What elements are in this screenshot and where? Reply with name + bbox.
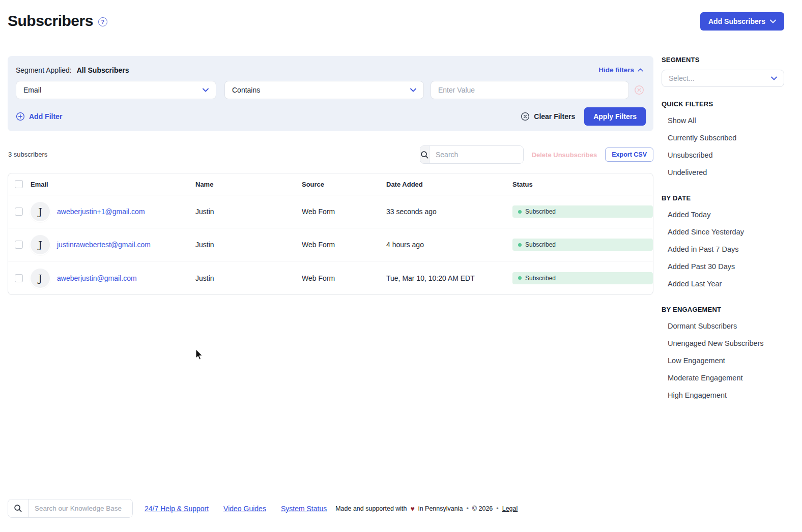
subscriber-date-added: 4 hours ago bbox=[386, 241, 512, 249]
search-icon[interactable] bbox=[420, 146, 429, 163]
filter-value-input[interactable] bbox=[431, 81, 629, 99]
legal-link[interactable]: Legal bbox=[502, 505, 518, 512]
heart-icon: ♥ bbox=[411, 505, 415, 513]
apply-filters-label: Apply Filters bbox=[593, 112, 637, 121]
status-badge: Subscribed bbox=[512, 205, 653, 218]
filters-sidebar: SEGMENTS Select... QUICK FILTERS Show Al… bbox=[662, 56, 784, 404]
chevron-up-icon bbox=[638, 68, 643, 72]
column-header-date-added: Date Added bbox=[386, 181, 512, 188]
filter-field-value: Email bbox=[23, 86, 41, 94]
row-checkbox[interactable] bbox=[15, 274, 23, 282]
sidebar-item-dormant-subscribers[interactable]: Dormant Subscribers bbox=[662, 317, 784, 335]
filter-actions-row: Add Filter Clear Filters Apply Filters bbox=[16, 107, 646, 126]
status-badge: Subscribed bbox=[512, 239, 653, 251]
clear-filters-label: Clear Filters bbox=[534, 112, 575, 121]
avatar: J bbox=[31, 269, 50, 288]
page-footer: 24/7 Help & Support Video Guides System … bbox=[8, 499, 794, 518]
subscriber-name: Justin bbox=[195, 241, 302, 249]
separator: • bbox=[466, 505, 468, 512]
sidebar-item-added-since-yesterday[interactable]: Added Since Yesterday bbox=[662, 223, 784, 241]
sidebar-item-low-engagement[interactable]: Low Engagement bbox=[662, 352, 784, 369]
filter-condition-select[interactable]: Contains bbox=[224, 81, 424, 99]
status-dot-icon bbox=[518, 210, 522, 214]
sidebar-item-added-last-year[interactable]: Added Last Year bbox=[662, 275, 784, 292]
copyright-text: © 2026 bbox=[472, 505, 493, 512]
knowledge-base-input[interactable] bbox=[28, 499, 132, 517]
subscriber-source: Web Form bbox=[302, 274, 386, 282]
x-circle-icon bbox=[521, 112, 530, 121]
apply-filters-button[interactable]: Apply Filters bbox=[584, 107, 646, 126]
delete-unsubscribes-button[interactable]: Delete Unsubscribes bbox=[532, 151, 597, 159]
subscriber-source: Web Form bbox=[302, 208, 386, 216]
sidebar-item-show-all[interactable]: Show All bbox=[662, 112, 784, 129]
subscriber-name: Justin bbox=[195, 274, 302, 282]
subscribers-table: Email Name Source Date Added Status J aw… bbox=[8, 173, 653, 295]
list-toolbar: Delete Unsubscribes Export CSV bbox=[420, 145, 653, 164]
subscriber-date-added: 33 seconds ago bbox=[386, 208, 512, 216]
help-icon[interactable]: ? bbox=[98, 17, 107, 26]
sidebar-item-moderate-engagement[interactable]: Moderate Engagement bbox=[662, 369, 784, 387]
column-header-source: Source bbox=[302, 181, 386, 188]
status-dot-icon bbox=[518, 243, 522, 247]
video-guides-link[interactable]: Video Guides bbox=[223, 505, 266, 513]
segments-select-placeholder: Select... bbox=[669, 74, 695, 82]
sidebar-item-added-past-7-days[interactable]: Added in Past 7 Days bbox=[662, 241, 784, 258]
row-checkbox[interactable] bbox=[15, 241, 23, 249]
system-status-link[interactable]: System Status bbox=[281, 505, 327, 513]
footer-links: 24/7 Help & Support Video Guides System … bbox=[145, 505, 327, 513]
page-title: Subscribers bbox=[8, 12, 93, 29]
search-icon[interactable] bbox=[8, 499, 28, 517]
status-dot-icon bbox=[518, 276, 522, 280]
segments-select[interactable]: Select... bbox=[662, 70, 784, 87]
filter-condition-value: Contains bbox=[232, 86, 260, 94]
sidebar-item-added-today[interactable]: Added Today bbox=[662, 206, 784, 223]
sidebar-item-unengaged-new-subscribers[interactable]: Unengaged New Subscribers bbox=[662, 335, 784, 352]
segment-applied-value: All Subscribers bbox=[77, 66, 129, 74]
remove-filter-icon[interactable] bbox=[633, 84, 645, 96]
segments-heading: SEGMENTS bbox=[662, 56, 784, 64]
filter-actions: Clear Filters Apply Filters bbox=[521, 107, 646, 126]
by-engagement-list: Dormant Subscribers Unengaged New Subscr… bbox=[662, 317, 784, 404]
subscriber-email-link[interactable]: aweberjustin@gmail.com bbox=[57, 274, 195, 282]
sidebar-item-undelivered[interactable]: Undelivered bbox=[662, 164, 784, 181]
quick-filters-section: QUICK FILTERS Show All Currently Subscri… bbox=[662, 100, 784, 181]
clear-filters-button[interactable]: Clear Filters bbox=[521, 112, 575, 121]
table-row: J aweberjustin+1@gmail.com Justin Web Fo… bbox=[8, 195, 653, 228]
row-checkbox[interactable] bbox=[15, 208, 23, 216]
select-all-checkbox[interactable] bbox=[15, 180, 23, 188]
segment-applied-row: Segment Applied: All Subscribers Hide fi… bbox=[16, 63, 647, 77]
sidebar-item-currently-subscribed[interactable]: Currently Subscribed bbox=[662, 129, 784, 146]
location-text: in Pennsylvania bbox=[418, 505, 463, 512]
separator: • bbox=[496, 505, 498, 512]
footer-meta: Made and supported with ♥ in Pennsylvani… bbox=[335, 505, 518, 513]
subscriber-name: Justin bbox=[195, 208, 302, 216]
subscriber-email-link[interactable]: aweberjustin+1@gmail.com bbox=[57, 208, 195, 216]
sidebar-item-unsubscribed[interactable]: Unsubscribed bbox=[662, 146, 784, 164]
chevron-down-icon bbox=[203, 88, 209, 92]
add-filter-button[interactable]: Add Filter bbox=[16, 112, 62, 121]
quick-filters-list: Show All Currently Subscribed Unsubscrib… bbox=[662, 112, 784, 181]
filter-panel: Segment Applied: All Subscribers Hide fi… bbox=[8, 56, 653, 131]
add-subscribers-button[interactable]: Add Subscribers bbox=[700, 12, 784, 31]
column-header-name: Name bbox=[195, 181, 302, 188]
page-header: Subscribers ? Add Subscribers bbox=[8, 12, 784, 31]
subscriber-count: 3 subscribers bbox=[8, 151, 47, 158]
search-input[interactable] bbox=[429, 146, 524, 163]
column-header-status: Status bbox=[512, 181, 653, 188]
title-wrap: Subscribers ? bbox=[8, 12, 107, 29]
avatar: J bbox=[31, 235, 50, 254]
knowledge-base-search bbox=[8, 499, 133, 518]
by-date-heading: BY DATE bbox=[662, 194, 784, 202]
hide-filters-button[interactable]: Hide filters bbox=[594, 63, 647, 77]
sidebar-item-added-past-30-days[interactable]: Added Past 30 Days bbox=[662, 258, 784, 275]
subscriber-email-link[interactable]: justinrawebertest@gmail.com bbox=[57, 241, 195, 249]
help-support-link[interactable]: 24/7 Help & Support bbox=[145, 505, 209, 513]
by-date-list: Added Today Added Since Yesterday Added … bbox=[662, 206, 784, 292]
table-row: J aweberjustin@gmail.com Justin Web Form… bbox=[8, 261, 653, 294]
table-header-row: Email Name Source Date Added Status bbox=[8, 173, 653, 195]
made-text: Made and supported with bbox=[335, 505, 407, 512]
by-date-section: BY DATE Added Today Added Since Yesterda… bbox=[662, 194, 784, 292]
filter-field-select[interactable]: Email bbox=[16, 81, 216, 99]
export-csv-button[interactable]: Export CSV bbox=[605, 147, 653, 162]
sidebar-item-high-engagement[interactable]: High Engagement bbox=[662, 387, 784, 404]
